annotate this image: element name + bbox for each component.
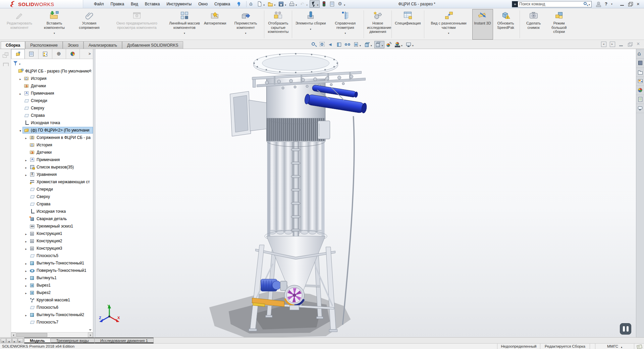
- tree-item[interactable]: Плоскость6: [11, 304, 93, 311]
- expand-arrow-icon[interactable]: [24, 135, 28, 140]
- collapse-right-icon[interactable]: [610, 42, 615, 47]
- new-document-button[interactable]: [256, 0, 266, 8]
- tree-scroll-up-icon[interactable]: [89, 69, 92, 71]
- menu-item-0[interactable]: Файл: [91, 0, 107, 8]
- display-style-button[interactable]: [374, 41, 384, 48]
- view-settings-button[interactable]: [405, 41, 415, 48]
- ribbon-mate-button[interactable]: Условия сопряжения: [72, 9, 107, 40]
- search-dropdown-icon[interactable]: [589, 2, 591, 6]
- last-page-button[interactable]: [18, 338, 23, 343]
- tree-item[interactable]: Датчики: [11, 82, 93, 90]
- expand-arrow-icon[interactable]: [24, 261, 28, 265]
- apply-scene-button[interactable]: [352, 41, 362, 48]
- options-list-button[interactable]: [328, 0, 336, 8]
- ribbon-component-preview-window-button[interactable]: Окно предварительного просмотра компонен…: [107, 9, 167, 40]
- tag-cell[interactable]: [634, 344, 644, 349]
- tree-item[interactable]: Исходная точка: [11, 119, 93, 127]
- command-tab-4[interactable]: Добавления SOLIDWORKS: [122, 41, 183, 49]
- tree-item[interactable]: Плоскость5: [11, 252, 93, 259]
- ribbon-update-speedpak-button[interactable]: Обновить SpeedPak: [493, 9, 519, 40]
- featuremanager-tree-tab[interactable]: [11, 49, 25, 59]
- rebuild-button[interactable]: [320, 0, 328, 8]
- minimize-button[interactable]: [619, 1, 625, 7]
- expand-arrow-icon[interactable]: [24, 290, 28, 295]
- ribbon-large-assembly-mode-button[interactable]: Режим большой сборки: [546, 9, 572, 40]
- ribbon-edit-component-button[interactable]: Редактировать компонент: [2, 9, 37, 40]
- tree-item[interactable]: История: [11, 141, 93, 149]
- restore-button[interactable]: [627, 1, 633, 7]
- expand-arrow-icon[interactable]: [24, 165, 28, 169]
- search-input[interactable]: [518, 2, 583, 6]
- dimxpertmanager-tab[interactable]: [52, 49, 66, 59]
- view-palette-button[interactable]: [636, 77, 644, 86]
- tree-item[interactable]: Исходная точка: [11, 208, 93, 215]
- propertymanager-tab[interactable]: [25, 49, 39, 59]
- menu-item-2[interactable]: Вид: [127, 0, 142, 8]
- zoom-area-button[interactable]: [319, 41, 326, 48]
- scroll-right-icon[interactable]: [88, 333, 93, 337]
- tree-item[interactable]: Повернуть-Тонкостенный1: [11, 267, 93, 274]
- first-page-button[interactable]: [1, 338, 6, 343]
- study-tab-0[interactable]: Модель: [24, 338, 51, 343]
- study-tab-2[interactable]: Исследование движения 1: [95, 338, 154, 343]
- expand-arrow-icon[interactable]: [24, 231, 28, 236]
- select-cursor-button[interactable]: [310, 0, 320, 8]
- tree-item[interactable]: История: [11, 75, 93, 82]
- tree-item[interactable]: Вытянуть-Тонкостенный2: [11, 311, 93, 318]
- ribbon-smart-fasteners-button[interactable]: Автокрепежи: [202, 9, 228, 40]
- next-page-button[interactable]: [12, 338, 17, 343]
- ribbon-bill-of-materials-button[interactable]: Спецификация: [393, 9, 423, 40]
- pin-menu-icon[interactable]: [236, 1, 242, 7]
- command-tab-1[interactable]: Расположение: [25, 41, 63, 49]
- close-button[interactable]: [635, 1, 641, 7]
- apply-scene-ball-button[interactable]: [394, 41, 404, 48]
- undo-button[interactable]: [299, 0, 309, 8]
- tree-item[interactable]: Сварная деталь: [11, 215, 93, 222]
- ribbon-show-hidden-components-button[interactable]: Отобразить скрытые компоненты: [265, 9, 291, 40]
- tree-item[interactable]: Конструкция1: [11, 230, 93, 237]
- scroll-left-icon[interactable]: [11, 333, 16, 337]
- ribbon-reference-geometry-button[interactable]: Справочная геометрия: [328, 9, 363, 40]
- tree-item[interactable]: Примечания: [11, 90, 93, 97]
- collapse-left-icon[interactable]: [601, 42, 606, 47]
- custom-properties-button[interactable]: [636, 95, 644, 104]
- tree-item[interactable]: Сопряжения в ФЦРИ СБ - ра: [11, 134, 93, 141]
- prev-page-button[interactable]: [6, 338, 12, 343]
- expand-arrow-icon[interactable]: [24, 312, 28, 317]
- configurationmanager-tab[interactable]: [39, 49, 52, 59]
- pause-button[interactable]: [620, 323, 631, 335]
- tree-item[interactable]: Вырез1: [11, 282, 93, 289]
- expand-arrow-icon[interactable]: [24, 157, 28, 162]
- expand-arrow-icon[interactable]: [24, 276, 28, 280]
- command-tab-0[interactable]: Сборка: [1, 41, 25, 49]
- menu-item-4[interactable]: Инструменты: [163, 0, 195, 8]
- expand-arrow-icon[interactable]: [24, 283, 28, 288]
- edit-appearance-button[interactable]: [385, 41, 393, 48]
- tree-item[interactable]: Примечания: [11, 156, 93, 163]
- file-explorer-button[interactable]: [636, 68, 644, 77]
- close-doc-icon[interactable]: [636, 42, 641, 47]
- menu-item-6[interactable]: Справка: [211, 0, 233, 8]
- tree-item[interactable]: Спереди: [11, 186, 93, 193]
- tree-item[interactable]: Вытянуть-Тонкостенный1: [11, 259, 93, 267]
- forum-button[interactable]: [636, 104, 644, 113]
- tree-horizontal-scrollbar[interactable]: [11, 332, 93, 337]
- tree-scroll-down-icon[interactable]: [89, 329, 92, 331]
- displaymanager-tab[interactable]: [66, 49, 80, 59]
- expand-arrow-icon[interactable]: [24, 239, 28, 243]
- units-selector[interactable]: ММГС: [595, 344, 634, 349]
- tree-item[interactable]: Вытянуть1: [11, 274, 93, 282]
- command-tab-3[interactable]: Анализировать: [84, 41, 122, 49]
- tree-item[interactable]: Датчики: [11, 149, 93, 156]
- menu-item-5[interactable]: Окно: [195, 0, 211, 8]
- expand-arrow-icon[interactable]: [24, 172, 28, 177]
- tree-item[interactable]: Плоскость7: [11, 318, 93, 326]
- ribbon-instant3d-button[interactable]: Instant 3D: [472, 9, 493, 40]
- ribbon-new-motion-study-button[interactable]: Новое исследование движения: [365, 9, 390, 40]
- command-search[interactable]: [512, 1, 592, 7]
- scrollbar-thumb[interactable]: [16, 333, 47, 337]
- home-button[interactable]: [248, 0, 255, 8]
- expand-arrow-icon[interactable]: [24, 246, 28, 251]
- ribbon-exploded-view-button[interactable]: Вид с разнесенными частями: [425, 9, 472, 40]
- menu-item-1[interactable]: Правка: [107, 0, 128, 8]
